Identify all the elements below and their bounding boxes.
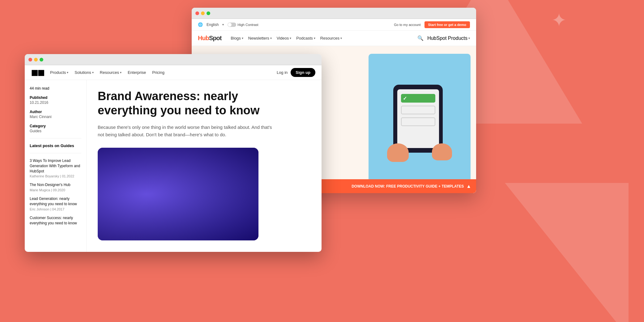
nav-link-resources[interactable]: Resources ▾ [100,70,122,75]
videos-label: Videos [277,36,289,40]
article-main: Brand Awareness: nearly everything you n… [87,80,322,252]
blog-content: 44 min read Published 10.21.2016 Author … [25,80,322,252]
latest-section-title: Latest posts on Guides [30,143,81,148]
sidebar-post-1-title: 3 Ways To Improve Lead Generation With T… [30,158,81,174]
blog-nav-links: Products ▾ Solutions ▾ Resources ▾ Enter… [50,70,271,75]
sidebar-post-4[interactable]: Customer Success: nearly everything you … [30,215,81,226]
nav-link-newsletters[interactable]: Newsletters ▾ [248,36,272,40]
tablet-illustration: ✓ [393,85,446,156]
read-time-value: 44 min read [30,86,49,91]
browser-chrome-front [25,54,322,65]
author-name: Marc Cinnani [30,115,81,119]
topbar-left: 🌐 English ▾ High Contrast [198,22,258,27]
check-icon: ✓ [403,95,407,101]
enterprise-label: Enterprise [128,70,146,75]
newsletters-chevron: ▾ [270,36,272,40]
hero-image-overlay [98,148,258,240]
hubspot-navbar: HubSpot Blogs ▾ Newsletters ▾ Videos ▾ P… [192,31,476,46]
hand-right [432,143,452,160]
traffic-light-yellow-back[interactable] [201,11,205,15]
sidebar-post-3-meta: Eric Johnson | 04.2017 [30,207,81,211]
podcasts-label: Podcasts [296,36,313,40]
star-decoration: ✦ [551,9,567,31]
signup-button[interactable]: Sign up [291,68,315,77]
high-contrast-toggle[interactable]: High Contrast [228,23,258,27]
author-label: Author [30,110,81,114]
products-chevron: ▾ [67,71,68,74]
traffic-light-green-back[interactable] [207,11,210,15]
nav-link-enterprise[interactable]: Enterprise [128,70,146,75]
blog-logo: ◼◼ [31,67,44,78]
topbar: 🌐 English ▾ High Contrast Go to my accou… [192,19,476,31]
hubspot-nav-right: 🔍 HubSpot Products ▾ [417,35,470,41]
blog-sidebar: 44 min read Published 10.21.2016 Author … [25,80,87,252]
nav-link-pricing[interactable]: Pricing [152,70,164,75]
nav-link-blogs[interactable]: Blogs ▾ [231,36,243,40]
cta-label: DOWNLOAD NOW: FREE PRODUCTIVITY GUIDE + … [352,184,464,189]
solutions-label: Solutions [75,70,91,75]
nav-link-podcasts[interactable]: Podcasts ▾ [296,36,315,40]
published-date: 10.21.2016 [30,100,81,105]
checklist-item-2 [401,117,435,126]
nav-link-products[interactable]: Products ▾ [50,70,68,75]
nav-link-solutions[interactable]: Solutions ▾ [75,70,93,75]
hubspot-nav-links: Blogs ▾ Newsletters ▾ Videos ▾ Podcasts … [231,36,411,40]
read-time-item: 44 min read [30,86,81,91]
hubspot-products-chevron: ▾ [468,36,470,40]
language-label[interactable]: English [207,23,219,27]
go-to-account-button[interactable]: Go to my account [394,23,420,27]
products-label: Products [50,70,66,75]
traffic-light-red-front[interactable] [28,58,32,61]
videos-chevron: ▾ [290,36,291,40]
sidebar-post-3[interactable]: Lead Generation: nearly everything you n… [30,196,81,211]
sidebar-post-1[interactable]: 3 Ways To Improve Lead Generation With T… [30,158,81,178]
sidebar-divider-2 [30,153,81,153]
resources-label: Resources [320,36,339,40]
checklist-item-checked: ✓ [401,94,435,103]
checklist-item-1 [401,106,435,114]
author-item: Author Marc Cinnani [30,110,81,119]
hubspot-products-label: HubSpot Products [427,36,467,41]
sidebar-post-2[interactable]: The Non-Designer's Hub Marie Mugica | 09… [30,182,81,192]
tablet-screen: ✓ [397,89,439,148]
nav-link-resources[interactable]: Resources ▾ [320,36,342,40]
podcasts-chevron: ▾ [314,36,315,40]
sidebar-post-4-title: Customer Success: nearly everything you … [30,215,81,226]
sidebar-post-2-title: The Non-Designer's Hub [30,182,81,188]
hand-left [387,143,409,162]
blog-nav-right: Log in Sign up [277,68,315,77]
globe-icon: 🌐 [198,22,203,27]
tablet-body: ✓ [393,85,443,153]
category-item: Category Guides [30,124,81,133]
article-title: Brand Awareness: nearly everything you n… [98,89,283,117]
sidebar-post-1-meta: Katherine Boyarsky | 01.2022 [30,174,81,178]
traffic-light-green-front[interactable] [40,58,43,61]
sidebar-post-2-meta: Marie Mugica | 09.2020 [30,188,81,192]
login-button[interactable]: Log in [277,70,288,75]
newsletters-label: Newsletters [248,36,269,40]
category-label: Category [30,124,81,128]
blogs-label: Blogs [231,36,241,40]
search-icon[interactable]: 🔍 [417,35,424,41]
pricing-label: Pricing [152,70,164,75]
article-subtitle: Because there's only one thing in the wo… [98,124,277,138]
sidebar-post-3-title: Lead Generation: nearly everything you n… [30,196,81,207]
category-value: Guides [30,129,81,133]
high-contrast-label: High Contrast [237,23,258,27]
resources-front-label: Resources [100,70,119,75]
language-chevron: ▾ [222,23,224,26]
hero-image-container: ✓ [369,54,471,187]
solutions-chevron: ▾ [92,71,94,74]
start-free-button[interactable]: Start free or get a demo [424,21,470,28]
nav-link-videos[interactable]: Videos ▾ [277,36,292,40]
hubspot-logo: HubSpot [198,35,221,42]
browser-window-front: ◼◼ Products ▾ Solutions ▾ Resources ▾ En… [25,54,322,252]
topbar-right: Go to my account Start free or get a dem… [394,21,470,28]
traffic-light-red-back[interactable] [195,11,199,15]
cta-chevron-up: ▲ [466,184,471,189]
article-hero-image [98,148,258,240]
nav-link-hubspot-products[interactable]: HubSpot Products ▾ [427,36,470,41]
traffic-light-yellow-front[interactable] [34,58,38,61]
browser-chrome-back [192,8,476,19]
published-item: Published 10.21.2016 [30,95,81,105]
